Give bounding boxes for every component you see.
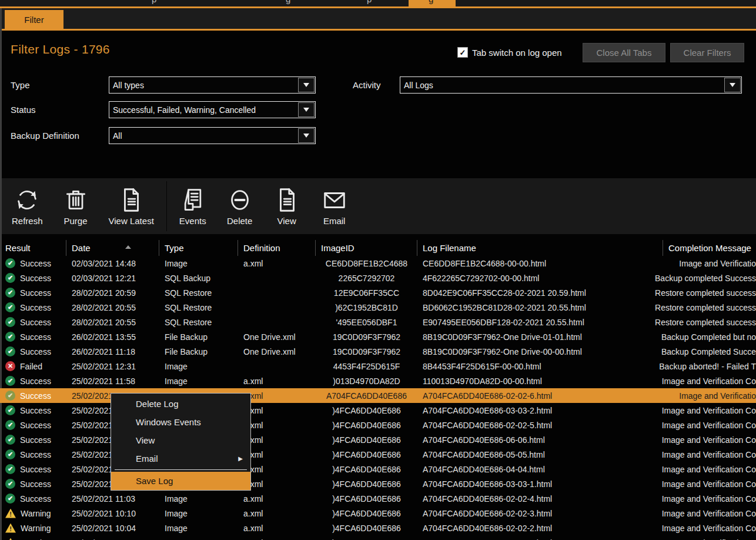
log-filename-cell: A704FCA6DD40E686-03-03-1.html xyxy=(417,479,663,489)
activity-label: Activity xyxy=(353,80,381,90)
table-row[interactable]: ✔Success25/02/2021 11:03Imagea.xml)4FCA6… xyxy=(0,491,756,506)
tab-switch-checkbox[interactable]: ✓ Tab switch on log open xyxy=(457,47,562,58)
imageid-cell: 2265C7292702 xyxy=(316,274,417,283)
type-cell: Image xyxy=(159,538,238,540)
activity-select[interactable]: All Logs xyxy=(400,76,742,94)
column-header-imageid[interactable]: ImageID xyxy=(316,240,417,256)
table-row[interactable]: ✕Failed25/02/2021 12:31Image4453F4F25D61… xyxy=(0,359,756,374)
completion-message-cell: Image and Verification Co xyxy=(663,509,756,518)
table-row[interactable]: !Warning25/02/2021 10:04Imagea.xml)4FCA6… xyxy=(0,521,756,535)
result-cell: ✔Success xyxy=(0,317,66,327)
completion-message-text: Image and Verification C xyxy=(666,538,756,540)
result-label: Success xyxy=(20,332,51,342)
completion-message-text: Image and Verification Co xyxy=(662,509,756,518)
column-header-type[interactable]: Type xyxy=(159,240,238,256)
menu-item-email[interactable]: Email▶ xyxy=(111,449,250,468)
column-header-date[interactable]: Date xyxy=(66,240,159,256)
warning-icon: ! xyxy=(5,509,16,518)
table-row[interactable]: ✔Success26/02/2021 11:18File BackupOne D… xyxy=(0,344,756,359)
main-tab-fragment: g xyxy=(286,0,290,4)
table-row[interactable]: !Warning25/02/2021 09:58Imagea.xml)4FCA6… xyxy=(0,535,756,540)
menu-item-delete-log[interactable]: Delete Log xyxy=(111,395,250,413)
table-row[interactable]: ✔Success28/02/2021 20:55SQL Restore'495E… xyxy=(0,315,756,329)
result-label: Success xyxy=(20,347,51,356)
log-filename-cell: BD6062C1952BC81D28-02-2021 20.55.html xyxy=(417,303,663,312)
table-row[interactable]: ✔Success28/02/2021 20:55SQL Restore)62C1… xyxy=(0,300,756,315)
email-button[interactable]: Email xyxy=(310,186,359,226)
chevron-down-icon[interactable] xyxy=(298,128,315,143)
events-button[interactable]: Events xyxy=(169,186,216,226)
table-row[interactable]: ✔Success02/03/2021 12:21SQL Backup2265C7… xyxy=(0,271,756,285)
result-cell: !Warning xyxy=(0,524,66,533)
date-cell: 25/02/2021 10:04 xyxy=(66,524,159,533)
close-all-tabs-button[interactable]: Close All Tabs xyxy=(583,43,665,62)
backup-definition-select[interactable]: All xyxy=(109,127,316,144)
menu-item-view[interactable]: View xyxy=(111,431,250,449)
result-cell: ✔Success xyxy=(0,273,66,283)
context-menu: Delete LogWindows EventsViewEmail▶Save L… xyxy=(111,393,251,491)
status-select-value: Successful, Failed, Warning, Cancelled xyxy=(109,102,297,118)
completion-message-text: Image and Verification Co xyxy=(662,450,756,459)
completion-message-cell: Image and Verification Co xyxy=(663,479,756,489)
completion-message-text: Image and Verification Co xyxy=(662,524,756,533)
result-cell: ✔Success xyxy=(0,332,66,342)
clear-filters-button[interactable]: Clear Filters xyxy=(670,43,744,62)
column-header-definition[interactable]: Definition xyxy=(238,240,316,256)
log-filename-cell: A704FCA6DD40E686-05-05.html xyxy=(417,450,663,459)
table-row[interactable]: ✔Success25/02/2021 11:58Imagea.xml)013D4… xyxy=(0,374,756,388)
refresh-button[interactable]: Refresh xyxy=(2,186,53,226)
imageid-cell: )4FCA6DD40E686 xyxy=(316,524,417,533)
log-filename-cell: A704FCA6DD40E686-02-02-4.html xyxy=(417,494,663,504)
completion-message-cell: Image and Verification Co xyxy=(663,465,756,474)
delete-button[interactable]: Delete xyxy=(216,186,263,226)
purge-button[interactable]: Purge xyxy=(53,186,99,226)
toolbar-button-label: Purge xyxy=(64,216,88,226)
view-button[interactable]: View xyxy=(263,186,310,226)
type-select[interactable]: All types xyxy=(109,76,316,94)
main-tab-fragment: p xyxy=(367,0,372,4)
table-row[interactable]: !Warning25/02/2021 10:10Imagea.xml)4FCA6… xyxy=(0,506,756,521)
menu-item-save-log[interactable]: Save Log xyxy=(111,472,250,490)
imageid-cell: )4FCA6DD40E686 xyxy=(316,465,417,474)
chevron-down-icon[interactable] xyxy=(298,78,315,92)
definition-cell: a.xml xyxy=(238,494,316,504)
date-cell: 25/02/2021 09:58 xyxy=(66,538,159,540)
completion-message-text: Image and Verification Co xyxy=(662,494,756,504)
completion-message-cell: Restore completed success xyxy=(663,318,756,327)
type-cell: Image xyxy=(159,362,238,371)
completion-message-cell: Image and Verification Co xyxy=(663,376,756,386)
status-select[interactable]: Successful, Failed, Warning, Cancelled xyxy=(109,101,316,118)
success-icon: ✔ xyxy=(5,288,15,298)
column-header-completion-message[interactable]: Completion Message xyxy=(663,240,756,256)
result-cell: ✕Failed xyxy=(0,361,66,371)
column-header-result[interactable]: Result xyxy=(0,240,66,256)
main-tab-fragment: g xyxy=(429,0,433,4)
tab-filter[interactable]: Filter xyxy=(5,10,63,29)
chevron-down-icon[interactable] xyxy=(724,78,741,92)
warning-icon: ! xyxy=(5,538,16,540)
success-icon: ✔ xyxy=(5,405,15,415)
definition-cell: One Drive.xml xyxy=(238,332,316,342)
menu-item-windows-events[interactable]: Windows Events xyxy=(111,413,250,431)
column-header-log-filename[interactable]: Log Filename xyxy=(417,240,663,256)
date-cell: 28/02/2021 20:59 xyxy=(66,288,159,298)
page-title: Filter Logs - 1796 xyxy=(11,42,110,56)
result-label: Success xyxy=(20,450,51,459)
view-latest-button[interactable]: View Latest xyxy=(99,186,164,226)
app-window: pgpg Filter Filter Logs - 1796 ✓ Tab swi… xyxy=(0,0,756,540)
table-row[interactable]: ✔Success26/02/2021 13:55File BackupOne D… xyxy=(0,329,756,344)
toolbar-button-label: View Latest xyxy=(109,216,154,226)
table-row[interactable]: ✔Success02/03/2021 14:48Imagea.xmlCE6DD8… xyxy=(0,256,756,271)
toolbar-button-label: Events xyxy=(179,216,206,226)
completion-message-text: Image and Verification Co xyxy=(662,479,756,489)
main-tab-bar: pgpg xyxy=(0,0,756,6)
completion-message-text: Image and Verificatio xyxy=(679,391,756,401)
chevron-down-icon[interactable] xyxy=(298,102,315,117)
completion-message-text: Backup completed Success xyxy=(655,274,756,283)
log-filename-cell: 8B19C0D09F3F7962-One Drive-01-01.html xyxy=(417,332,663,342)
result-cell: ✔Success xyxy=(0,449,66,459)
completion-message-cell: Backup Completed Succe xyxy=(663,347,756,356)
toolbar-button-label: Email xyxy=(323,216,346,226)
table-row[interactable]: ✔Success28/02/2021 20:59SQL Restore12E9C… xyxy=(0,285,756,300)
result-label: Success xyxy=(20,318,51,327)
